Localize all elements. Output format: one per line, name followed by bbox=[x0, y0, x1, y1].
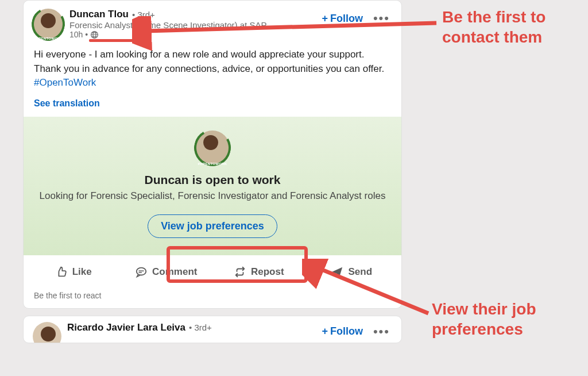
send-button[interactable]: Send bbox=[305, 260, 399, 284]
plus-icon: + bbox=[322, 325, 328, 337]
post-body: Hi everyone - I am looking for a new rol… bbox=[24, 43, 401, 90]
annotation-callout: View their job preferences bbox=[432, 299, 588, 339]
post-time: 10h bbox=[69, 30, 83, 39]
send-icon bbox=[331, 266, 343, 278]
author-avatar[interactable]: #OPENTOWORK bbox=[33, 9, 64, 40]
view-job-preferences-button[interactable]: View job preferences bbox=[148, 214, 277, 238]
reactions-prompt[interactable]: Be the first to react bbox=[24, 289, 401, 308]
otw-subtitle: Looking for Forensic Specialist, Forensi… bbox=[37, 190, 388, 202]
feed-post: Ricardo Javier Lara Leiva • 3rd+ + Follo… bbox=[23, 316, 402, 343]
svg-point-2 bbox=[137, 268, 146, 275]
annotation-callout: Be the first to contact them bbox=[442, 7, 588, 47]
plus-icon: + bbox=[322, 13, 328, 25]
connection-degree: • 3rd+ bbox=[189, 323, 212, 332]
comment-button[interactable]: Comment bbox=[120, 260, 213, 284]
author-headline: Forensic Analyst (Crime Scene Investigat… bbox=[69, 20, 276, 30]
comment-icon bbox=[135, 266, 148, 278]
otw-avatar[interactable]: #OPENTOWORK bbox=[195, 131, 230, 165]
like-icon bbox=[55, 266, 68, 278]
feed-post: #OPENTOWORK Duncan Tlou • 3rd+ Forensic … bbox=[23, 0, 402, 309]
follow-button[interactable]: + Follow bbox=[322, 325, 363, 337]
repost-button[interactable]: Repost bbox=[212, 260, 305, 284]
see-translation-link[interactable]: See translation bbox=[24, 90, 401, 117]
otw-title: Duncan is open to work bbox=[37, 173, 388, 187]
author-name[interactable]: Duncan Tlou bbox=[69, 9, 129, 20]
author-avatar[interactable] bbox=[33, 322, 61, 343]
like-button[interactable]: Like bbox=[27, 260, 120, 284]
post-meta: 10h • bbox=[69, 30, 322, 39]
overflow-menu-icon[interactable]: ••• bbox=[371, 324, 392, 339]
hashtag-link[interactable]: #OpenToWork bbox=[34, 77, 96, 88]
post-actions-bar: Like Comment Repost Send bbox=[24, 255, 401, 289]
open-to-work-panel: #OPENTOWORK Duncan is open to work Looki… bbox=[24, 117, 401, 255]
repost-icon bbox=[234, 266, 246, 278]
follow-button[interactable]: + Follow bbox=[322, 13, 363, 25]
post-header: #OPENTOWORK Duncan Tlou • 3rd+ Forensic … bbox=[24, 1, 401, 43]
globe-icon bbox=[90, 30, 99, 39]
author-name[interactable]: Ricardo Javier Lara Leiva bbox=[67, 322, 185, 333]
connection-degree: • 3rd+ bbox=[132, 10, 155, 20]
overflow-menu-icon[interactable]: ••• bbox=[371, 11, 392, 26]
